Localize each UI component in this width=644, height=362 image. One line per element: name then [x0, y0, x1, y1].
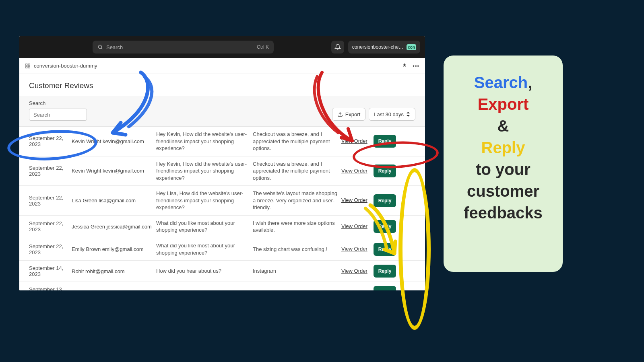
review-customer: Jessica Green jessica@gmail.com — [72, 224, 152, 230]
reply-button[interactable]: Reply — [374, 265, 396, 278]
table-row: September 13, 2023Biplav biplav@gmail.co… — [19, 282, 425, 290]
review-customer: Emily Brown emily@gmail.com — [72, 246, 152, 252]
view-order-link[interactable]: View Order — [341, 289, 369, 290]
kbd-hint: Ctrl K — [257, 44, 269, 50]
review-question: Hey Lisa, How did the website's user-fri… — [156, 190, 249, 211]
reply-button[interactable]: Reply — [374, 286, 396, 290]
search-input[interactable] — [29, 109, 87, 121]
reply-button[interactable]: Reply — [374, 165, 396, 177]
store-switcher[interactable]: conersionbooster-che… con — [348, 41, 420, 53]
legend-comma: , — [528, 74, 532, 91]
legend-rest: to your customer feedbacks — [464, 160, 543, 222]
annotation-arrow-yellow — [354, 201, 411, 265]
review-date: September 22, 2023 — [29, 220, 68, 232]
review-customer: Biplav biplav@gmail.com — [72, 290, 152, 290]
global-search[interactable]: Search Ctrl K — [93, 41, 274, 53]
review-date: September 13, 2023 — [29, 286, 68, 290]
review-question: What did you like most about your shoppi… — [156, 242, 249, 256]
breadcrumb-label: conversion-booster-dummy — [34, 63, 97, 69]
review-date: September 22, 2023 — [29, 195, 68, 207]
review-date: September 22, 2023 — [29, 135, 68, 147]
svg-rect-3 — [28, 64, 30, 65]
review-question: Hey Kevin, How did the website's user-fr… — [156, 160, 249, 182]
notifications-button[interactable] — [331, 41, 344, 53]
svg-line-1 — [101, 48, 103, 49]
review-date: September 22, 2023 — [29, 165, 68, 177]
review-question: How did you hear about us? — [156, 267, 249, 275]
review-answer: Checkout was a breeze, and I appreciated… — [253, 160, 337, 182]
app-icon — [25, 63, 31, 69]
view-order-link[interactable]: View Order — [341, 168, 369, 175]
table-row: September 22, 2023Kevin Wright kevin@gma… — [19, 156, 425, 186]
review-answer: Instagram — [253, 289, 337, 290]
search-block: Search — [29, 100, 87, 121]
annotation-arrow-red — [310, 68, 382, 149]
review-answer: I wish there were more size options avai… — [253, 220, 337, 234]
svg-rect-5 — [28, 66, 30, 68]
topbar-right: conersionbooster-che… con — [331, 41, 420, 53]
topbar: Search Ctrl K conersionbooster-che… con — [19, 36, 425, 58]
store-badge: con — [407, 44, 416, 50]
breadcrumb-actions: ••• — [402, 63, 419, 69]
review-customer: Rohit rohit@gmail.com — [72, 268, 152, 274]
search-icon — [97, 44, 103, 50]
legend-export: Export — [478, 95, 529, 113]
legend-amp: & — [497, 117, 509, 135]
store-name: conersionbooster-che… — [352, 44, 403, 50]
more-icon[interactable]: ••• — [413, 63, 419, 69]
sort-icon — [406, 112, 410, 117]
pin-icon[interactable] — [402, 63, 407, 68]
svg-rect-4 — [26, 66, 27, 68]
bell-icon — [334, 44, 341, 50]
review-answer: The sizing chart was confusing.! — [253, 246, 337, 253]
review-customer: Lisa Green lisa@gmail.com — [72, 197, 152, 204]
legend-card: Search, Export & Reply to your customer … — [444, 56, 563, 272]
review-customer: Kevin Wright kevin@gmail.com — [72, 168, 152, 174]
review-question: What did you like most about your shoppi… — [156, 220, 249, 234]
review-answer: The website's layout made shopping a bre… — [253, 190, 337, 211]
review-date: September 22, 2023 — [29, 243, 68, 255]
review-date: September 14, 2023 — [29, 265, 68, 277]
search-label: Search — [29, 100, 87, 106]
review-question: How did you hear about us? — [156, 289, 249, 290]
global-search-placeholder: Search — [106, 44, 123, 50]
review-answer: Instagram — [253, 267, 337, 275]
legend-search: Search — [474, 74, 528, 91]
svg-rect-2 — [26, 64, 27, 65]
legend-reply: Reply — [481, 139, 525, 156]
annotation-arrow-blue — [97, 68, 161, 149]
view-order-link[interactable]: View Order — [341, 268, 369, 275]
review-question: Hey Kevin, How did the website's user-fr… — [156, 131, 249, 152]
svg-point-0 — [98, 45, 101, 48]
